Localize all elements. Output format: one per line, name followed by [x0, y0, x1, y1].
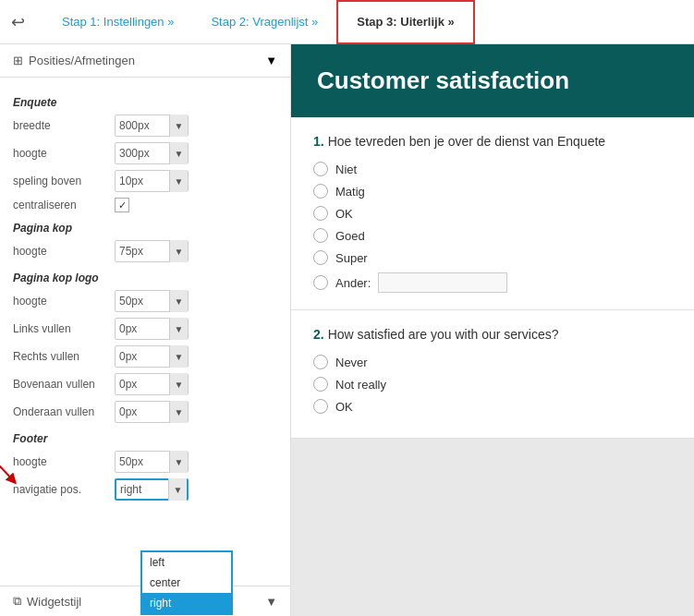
- q1-option-super[interactable]: Super: [313, 250, 672, 265]
- hoogte-control-pkl: 50px ▼: [115, 290, 277, 312]
- question-1-text: Hoe tevreden ben je over de dienst van E…: [328, 134, 605, 149]
- hoogte-arrow-enquete: ▼: [169, 142, 188, 164]
- rechts-row: Rechts vullen 0px ▼: [13, 345, 277, 368]
- onderaan-select[interactable]: 0px ▼: [115, 401, 189, 423]
- survey-body: 1. Hoe tevreden ben je over de dienst va…: [291, 117, 694, 439]
- nav-step-2[interactable]: Stap 2: Vragenlijst »: [192, 0, 336, 44]
- footer-hoogte-row: hoogte 50px ▼: [13, 451, 277, 473]
- q1-radio-goed[interactable]: [313, 228, 328, 243]
- breedte-arrow: ▼: [169, 115, 188, 137]
- q2-option-not-really[interactable]: Not really: [313, 377, 672, 392]
- centraliseren-row: centraliseren: [13, 198, 277, 212]
- q1-radio-other[interactable]: [313, 275, 328, 290]
- dropdown-option-left[interactable]: left: [142, 552, 231, 573]
- hoogte-row-pkl: hoogte 50px ▼: [13, 290, 277, 312]
- onderaan-arrow: ▼: [169, 401, 188, 423]
- positions-section-header[interactable]: ⊞ Posities/Afmetingen ▼: [0, 44, 290, 78]
- breedte-control: 800px ▼: [115, 115, 277, 137]
- widgetstijl-chevron: ▼: [265, 595, 277, 609]
- rechts-select[interactable]: 0px ▼: [115, 345, 189, 368]
- arrow-annotation: [0, 451, 22, 488]
- dropdown-option-right[interactable]: right: [142, 593, 231, 613]
- q2-option-never[interactable]: Never: [313, 355, 672, 369]
- hoogte-select-enquete[interactable]: 300px ▼: [115, 142, 189, 164]
- navigatie-arrow: ▼: [168, 478, 187, 501]
- q1-label-matig: Matig: [335, 185, 365, 199]
- centraliseren-control: [115, 198, 277, 212]
- bovenaan-label: Bovenaan vullen: [13, 378, 115, 391]
- q1-option-niet[interactable]: Niet: [313, 162, 672, 176]
- q1-label-super: Super: [335, 251, 368, 265]
- q2-label-not-really: Not really: [335, 378, 386, 392]
- links-row: Links vullen 0px ▼: [13, 318, 277, 340]
- footer-hoogte-arrow: ▼: [169, 451, 188, 473]
- centraliseren-checkbox[interactable]: [115, 198, 129, 212]
- q2-radio-not-really[interactable]: [313, 377, 328, 392]
- q1-option-matig[interactable]: Matig: [313, 184, 672, 199]
- hoogte-control-pk: 75px ▼: [115, 240, 277, 262]
- bovenaan-select[interactable]: 0px ▼: [115, 373, 189, 395]
- back-button[interactable]: ↩: [11, 12, 25, 32]
- widget-icon: ⧉: [13, 594, 21, 609]
- breedte-select[interactable]: 800px ▼: [115, 115, 189, 137]
- q1-radio-ok[interactable]: [313, 206, 328, 221]
- footer-hoogte-label: hoogte: [13, 455, 115, 468]
- widgetstijl-label: Widgetstijl: [27, 595, 81, 609]
- speling-control: 10px ▼: [115, 170, 277, 192]
- breedte-label: breedte: [13, 119, 115, 132]
- bovenaan-arrow: ▼: [169, 373, 188, 395]
- chevron-down-icon: ▼: [265, 54, 277, 67]
- footer-hoogte-select[interactable]: 50px ▼: [115, 451, 189, 473]
- pagina-kop-group-label: Pagina kop: [13, 222, 277, 235]
- nav-step-1[interactable]: Stap 1: Instellingen »: [43, 0, 192, 44]
- dropdown-option-center[interactable]: center: [142, 573, 231, 593]
- speling-select[interactable]: 10px ▼: [115, 170, 189, 192]
- svg-line-1: [0, 455, 13, 480]
- survey-container: Customer satisfaction 1. Hoe tevreden be…: [291, 44, 694, 439]
- top-navigation: ↩ Stap 1: Instellingen » Stap 2: Vragenl…: [0, 0, 694, 44]
- navigatie-label: navigatie pos.: [13, 483, 115, 496]
- navigatie-select[interactable]: right ▼: [115, 478, 189, 501]
- q1-radio-niet[interactable]: [313, 162, 328, 176]
- question-1-number: 1.: [313, 134, 324, 149]
- links-control: 0px ▼: [115, 318, 277, 340]
- survey-title: Customer satisfaction: [317, 66, 668, 95]
- speling-row: speling boven 10px ▼: [13, 170, 277, 192]
- sliders-icon: ⊞: [13, 54, 23, 67]
- hoogte-row-pk: hoogte 75px ▼: [13, 240, 277, 262]
- links-select[interactable]: 0px ▼: [115, 318, 189, 340]
- q1-option-ok[interactable]: OK: [313, 206, 672, 221]
- speling-label: speling boven: [13, 175, 115, 187]
- survey-header: Customer satisfaction: [291, 44, 694, 117]
- footer-group-label: Footer: [13, 432, 277, 445]
- q1-other-input[interactable]: [378, 272, 507, 293]
- navigatie-control: right ▼: [115, 478, 277, 501]
- hoogte-row-enquete: hoogte 300px ▼: [13, 142, 277, 164]
- rechts-arrow: ▼: [169, 345, 188, 368]
- question-2-title: 2. How satisfied are you with our servic…: [313, 327, 672, 342]
- hoogte-select-pkl[interactable]: 50px ▼: [115, 290, 189, 312]
- sidebar: ⊞ Posities/Afmetingen ▼ Enquete breedte …: [0, 44, 291, 616]
- hoogte-label-enquete: hoogte: [13, 147, 115, 160]
- q2-option-ok[interactable]: OK: [313, 399, 672, 414]
- navigatie-dropdown[interactable]: left center right: [140, 550, 233, 615]
- onderaan-label: Onderaan vullen: [13, 405, 115, 418]
- q2-radio-never[interactable]: [313, 355, 328, 369]
- q2-radio-ok[interactable]: [313, 399, 328, 414]
- nav-step-3[interactable]: Stap 3: Uiterlijk »: [336, 0, 474, 44]
- q1-option-goed[interactable]: Goed: [313, 228, 672, 243]
- question-2: 2. How satisfied are you with our servic…: [291, 310, 694, 439]
- q2-label-never: Never: [335, 356, 368, 369]
- q1-radio-super[interactable]: [313, 250, 328, 265]
- hoogte-select-pk[interactable]: 75px ▼: [115, 240, 189, 262]
- navigatie-row: navigatie pos. right: [13, 478, 277, 501]
- hoogte-arrow-pk: ▼: [169, 240, 188, 262]
- footer-hoogte-control: 50px ▼: [115, 451, 277, 473]
- links-arrow: ▼: [169, 318, 188, 340]
- breedte-row: breedte 800px ▼: [13, 115, 277, 137]
- bovenaan-row: Bovenaan vullen 0px ▼: [13, 373, 277, 395]
- pagina-kop-logo-group-label: Pagina kop logo: [13, 272, 277, 284]
- rechts-label: Rechts vullen: [13, 350, 115, 363]
- q1-other-row: Ander:: [313, 272, 672, 293]
- q1-radio-matig[interactable]: [313, 184, 328, 199]
